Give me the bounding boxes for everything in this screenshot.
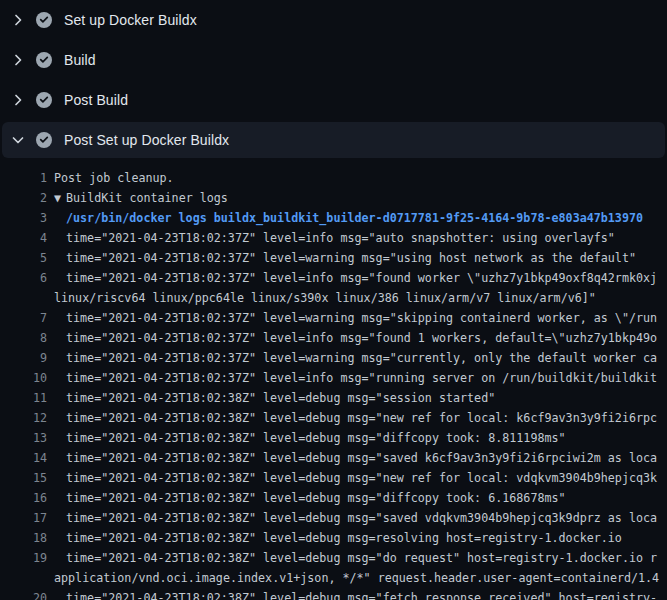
log-line-text: time="2021-04-23T18:02:37Z" level=warnin…: [66, 311, 657, 325]
line-number[interactable]: 16: [0, 491, 47, 505]
line-number[interactable]: 5: [0, 251, 47, 265]
line-number[interactable]: 11: [0, 391, 47, 405]
line-number[interactable]: 17: [0, 511, 47, 525]
step-label: Build: [64, 52, 96, 68]
line-number[interactable]: 7: [0, 311, 47, 325]
log-row: 1Post job cleanup.: [0, 168, 667, 188]
log-row: 2▼BuildKit container logs: [0, 188, 667, 208]
line-number[interactable]: 10: [0, 371, 47, 385]
check-circle-icon: [36, 92, 52, 108]
log-line-text: time="2021-04-23T18:02:37Z" level=info m…: [66, 331, 657, 345]
log-line-text: BuildKit container logs: [66, 191, 228, 205]
log-line-text: time="2021-04-23T18:02:38Z" level=debug …: [66, 591, 657, 600]
log-line-text: time="2021-04-23T18:02:37Z" level=warnin…: [66, 251, 636, 265]
steps-list: Set up Docker BuildxBuildPost BuildPost …: [0, 0, 667, 158]
log-line-text: Post job cleanup.: [54, 171, 174, 185]
log-row: 11time="2021-04-23T18:02:38Z" level=debu…: [0, 388, 667, 408]
step-label: Post Set up Docker Buildx: [64, 132, 229, 148]
log-area[interactable]: 1Post job cleanup.2▼BuildKit container l…: [0, 160, 667, 600]
log-row: 7time="2021-04-23T18:02:37Z" level=warni…: [0, 308, 667, 328]
log-row: 18time="2021-04-23T18:02:38Z" level=debu…: [0, 528, 667, 548]
log-line-text: application/vnd.oci.image.index.v1+json,…: [54, 571, 659, 585]
log-row: 15time="2021-04-23T18:02:38Z" level=debu…: [0, 468, 667, 488]
log-line-text: linux/riscv64 linux/ppc64le linux/s390x …: [54, 291, 596, 305]
line-number[interactable]: 20: [0, 591, 47, 600]
step-row-post-set-up-docker-buildx[interactable]: Post Set up Docker Buildx: [2, 122, 665, 158]
line-number[interactable]: 6: [0, 271, 47, 285]
actions-log-viewer: Set up Docker BuildxBuildPost BuildPost …: [0, 0, 667, 600]
step-row-set-up-docker-buildx[interactable]: Set up Docker Buildx: [0, 0, 667, 40]
log-line-text: time="2021-04-23T18:02:37Z" level=info m…: [66, 231, 615, 245]
log-line-text: time="2021-04-23T18:02:38Z" level=debug …: [66, 431, 566, 445]
log-row: 14time="2021-04-23T18:02:38Z" level=debu…: [0, 448, 667, 468]
log-row: 20time="2021-04-23T18:02:38Z" level=debu…: [0, 588, 667, 600]
log-group-toggle-icon[interactable]: ▼: [54, 191, 61, 205]
line-number[interactable]: 12: [0, 411, 47, 425]
log-row: application/vnd.oci.image.index.v1+json,…: [0, 568, 667, 588]
line-number[interactable]: 4: [0, 231, 47, 245]
log-row: 12time="2021-04-23T18:02:38Z" level=debu…: [0, 408, 667, 428]
chevron-right-icon: [10, 12, 26, 28]
log-line-text: time="2021-04-23T18:02:37Z" level=info m…: [66, 271, 657, 285]
log-line-text: time="2021-04-23T18:02:38Z" level=debug …: [66, 551, 657, 565]
log-row: 17time="2021-04-23T18:02:38Z" level=debu…: [0, 508, 667, 528]
log-line-text: time="2021-04-23T18:02:38Z" level=debug …: [66, 391, 495, 405]
log-row: 6time="2021-04-23T18:02:37Z" level=info …: [0, 268, 667, 288]
line-number[interactable]: 2: [0, 191, 47, 205]
log-line-text: time="2021-04-23T18:02:38Z" level=debug …: [66, 471, 657, 485]
log-line-text: time="2021-04-23T18:02:38Z" level=debug …: [66, 511, 657, 525]
log-row: 5time="2021-04-23T18:02:37Z" level=warni…: [0, 248, 667, 268]
log-row: 16time="2021-04-23T18:02:38Z" level=debu…: [0, 488, 667, 508]
line-number[interactable]: 15: [0, 471, 47, 485]
log-row: 19time="2021-04-23T18:02:38Z" level=debu…: [0, 548, 667, 568]
log-line-text: time="2021-04-23T18:02:38Z" level=debug …: [66, 531, 622, 545]
check-circle-icon: [36, 132, 52, 148]
log-row: 3/usr/bin/docker logs buildx_buildkit_bu…: [0, 208, 667, 228]
log-row: 8time="2021-04-23T18:02:37Z" level=info …: [0, 328, 667, 348]
log-row: 4time="2021-04-23T18:02:37Z" level=info …: [0, 228, 667, 248]
log-line-text: time="2021-04-23T18:02:38Z" level=debug …: [66, 491, 566, 505]
line-number[interactable]: 14: [0, 451, 47, 465]
log-line-text: time="2021-04-23T18:02:37Z" level=info m…: [66, 371, 657, 385]
chevron-down-icon: [10, 132, 26, 148]
log-row: 13time="2021-04-23T18:02:38Z" level=debu…: [0, 428, 667, 448]
chevron-right-icon: [10, 92, 26, 108]
log-row: 9time="2021-04-23T18:02:37Z" level=warni…: [0, 348, 667, 368]
line-number[interactable]: 8: [0, 331, 47, 345]
line-number[interactable]: 1: [0, 171, 47, 185]
line-number[interactable]: 18: [0, 531, 47, 545]
line-number[interactable]: 13: [0, 431, 47, 445]
step-label: Set up Docker Buildx: [64, 12, 197, 28]
check-circle-icon: [36, 12, 52, 28]
log-line-text: time="2021-04-23T18:02:38Z" level=debug …: [66, 411, 657, 425]
line-number[interactable]: 3: [0, 211, 47, 225]
step-label: Post Build: [64, 92, 128, 108]
chevron-right-icon: [10, 52, 26, 68]
check-circle-icon: [36, 52, 52, 68]
log-command-text: /usr/bin/docker logs buildx_buildkit_bui…: [66, 211, 643, 225]
log-row: 10time="2021-04-23T18:02:37Z" level=info…: [0, 368, 667, 388]
line-number[interactable]: 9: [0, 351, 47, 365]
step-row-post-build[interactable]: Post Build: [0, 80, 667, 120]
line-number[interactable]: 19: [0, 551, 47, 565]
step-row-build[interactable]: Build: [0, 40, 667, 80]
log-line-text: time="2021-04-23T18:02:37Z" level=warnin…: [66, 351, 657, 365]
log-line-text: time="2021-04-23T18:02:38Z" level=debug …: [66, 451, 657, 465]
log-row: linux/riscv64 linux/ppc64le linux/s390x …: [0, 288, 667, 308]
